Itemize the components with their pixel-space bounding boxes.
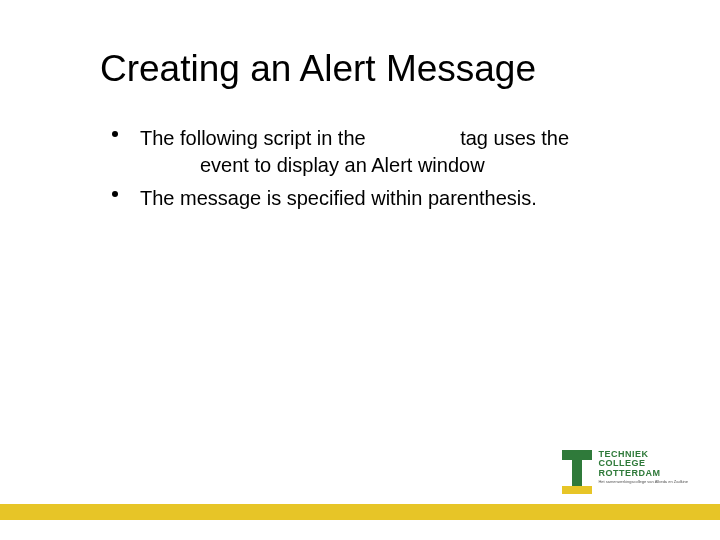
slide: Creating an Alert Message The following …	[0, 0, 720, 540]
bullet-dot-icon	[112, 131, 118, 137]
logo: TECHNIEK COLLEGE ROTTERDAM Het samenwerk…	[560, 448, 692, 498]
bullet-item: The message is specified within parenthe…	[110, 185, 640, 212]
bullet-dot-icon	[112, 191, 118, 197]
bullet-text: The message is specified within parenthe…	[140, 187, 537, 209]
text-fragment: tag uses the	[455, 127, 570, 149]
logo-tagline: Het samenwerkingscollege van Albeda en Z…	[598, 480, 688, 484]
logo-mark-icon	[562, 450, 592, 494]
text-fragment: The following script in the	[140, 127, 371, 149]
slide-title: Creating an Alert Message	[100, 48, 536, 90]
logo-word: ROTTERDAM	[598, 469, 688, 478]
bullet-text: The following script in the tag uses the	[140, 127, 569, 149]
bullet-item: The following script in the tag uses the…	[110, 125, 640, 179]
bullet-text-line2: event to display an Alert window	[140, 152, 640, 179]
footer-accent-bar	[0, 504, 720, 520]
logo-text: TECHNIEK COLLEGE ROTTERDAM Het samenwerk…	[598, 450, 688, 485]
bullet-list: The following script in the tag uses the…	[110, 125, 640, 218]
